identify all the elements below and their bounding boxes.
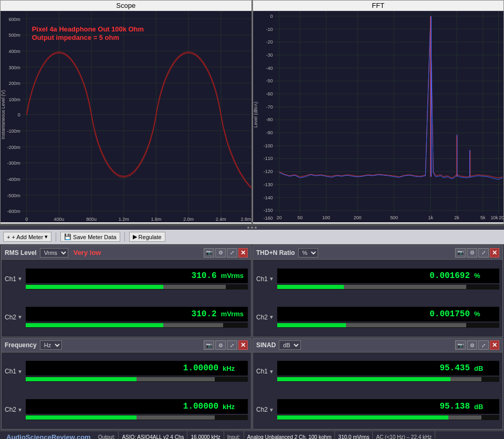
svg-text:-110: -110 <box>263 156 272 161</box>
scope-chart: 600m 500m 400m 300m 200m 100m 0 -100m -2… <box>1 11 251 222</box>
svg-text:200: 200 <box>353 215 361 220</box>
rms-header-buttons: 📷 ⚙ ⤢ ✕ <box>204 248 248 258</box>
thd-ch2-value-bar: 0.001750 % <box>277 307 499 322</box>
svg-text:-120: -120 <box>263 169 272 174</box>
sinad-settings-button[interactable]: ⚙ <box>467 340 477 350</box>
freq-settings-button[interactable]: ⚙ <box>215 340 226 350</box>
panel-divider <box>0 226 504 230</box>
svg-text:2.4m: 2.4m <box>216 217 226 222</box>
freq-ch2-unit: kHz <box>223 403 244 411</box>
thd-ch1-value: 0.001692 <box>281 271 470 281</box>
svg-text:500m: 500m <box>8 33 20 38</box>
svg-text:1.6m: 1.6m <box>151 217 162 222</box>
freq-ch2-arrow[interactable]: ▼ <box>17 407 23 413</box>
thd-ch2-bar-bg <box>277 323 499 328</box>
scope-panel: Scope <box>0 0 253 224</box>
status-level: 310.0 mVrms <box>335 431 373 439</box>
freq-unit-select[interactable]: Hz <box>40 340 62 350</box>
output-value: ASIO: ASIO4ALL v2 4 Chs <box>119 431 187 439</box>
sinad-ch2-bar-gray <box>448 415 481 420</box>
sinad-meter-header: SINAD dB 📷 ⚙ ⤢ ✕ <box>253 339 502 352</box>
thd-ch2-row: Ch2 ▼ 0.001750 % <box>253 298 502 336</box>
thd-unit-select[interactable]: % <box>298 248 318 258</box>
thd-ch1-arrow[interactable]: ▼ <box>269 276 274 282</box>
freq-ch1-value: 1.00000 <box>30 363 218 373</box>
sinad-close-button[interactable]: ✕ <box>490 340 499 350</box>
freq-ch1-text: Ch1 <box>5 368 16 375</box>
sinad-ch1-display: 95.435 dB <box>277 361 499 382</box>
svg-text:-40: -40 <box>266 66 272 71</box>
freq-camera-button[interactable]: 📷 <box>204 340 214 350</box>
rms-ch2-text: Ch2 <box>5 314 16 321</box>
rms-unit-select[interactable]: Vrms <box>40 248 68 258</box>
add-meter-button[interactable]: + + Add Meter ▾ <box>3 232 51 242</box>
sinad-ch1-arrow[interactable]: ▼ <box>269 369 274 374</box>
sinad-ch2-value: 95.138 <box>281 402 470 411</box>
toolbar-separator <box>56 232 56 242</box>
rms-ch1-row: Ch1 ▼ 310.6 mVrms <box>2 260 251 298</box>
sinad-expand-button[interactable]: ⤢ <box>478 340 489 350</box>
rms-camera-button[interactable]: 📷 <box>204 248 214 258</box>
sinad-ch1-bar-bg <box>277 377 499 382</box>
freq-ch2-text: Ch2 <box>5 406 16 413</box>
sinad-ch2-value-bar: 95.138 dB <box>277 399 499 414</box>
thd-close-button[interactable]: ✕ <box>490 248 499 258</box>
rms-expand-button[interactable]: ⤢ <box>227 248 237 258</box>
rms-meter-panel: RMS Level Vrms Very low 📷 ⚙ ⤢ ✕ Ch1 ▼ 31… <box>1 245 251 337</box>
thd-ch2-display: 0.001750 % <box>277 307 499 328</box>
rms-settings-button[interactable]: ⚙ <box>215 248 226 258</box>
rms-ch1-bar-gray <box>163 285 225 289</box>
freq-ch1-arrow[interactable]: ▼ <box>17 369 23 374</box>
svg-text:600m: 600m <box>8 17 20 22</box>
thd-ch2-bar-green <box>277 323 346 327</box>
rms-ch2-arrow[interactable]: ▼ <box>17 314 23 320</box>
freq-meter-panel: Frequency Hz 📷 ⚙ ⤢ ✕ Ch1 ▼ 1.00000 kHz <box>1 338 251 430</box>
freq-ch1-bar-gray <box>136 377 214 381</box>
svg-text:100: 100 <box>322 215 330 220</box>
rms-ch2-unit: mVrms <box>221 310 244 318</box>
svg-text:-100m: -100m <box>7 129 20 134</box>
svg-text:1.2m: 1.2m <box>119 217 129 222</box>
svg-text:-70: -70 <box>266 104 272 110</box>
freq-close-button[interactable]: ✕ <box>238 340 248 350</box>
freq-ch2-value: 1.00000 <box>30 402 218 411</box>
svg-text:Pixel 4a Headphone Out 100k Oh: Pixel 4a Headphone Out 100k Ohm <box>32 26 144 34</box>
sinad-ch2-arrow[interactable]: ▼ <box>269 407 274 413</box>
svg-text:-500m: -500m <box>7 193 20 198</box>
divider-dot <box>251 227 253 229</box>
svg-text:300m: 300m <box>8 65 20 70</box>
thd-expand-button[interactable]: ⤢ <box>478 248 489 258</box>
sinad-ch1-row: Ch1 ▼ 95.435 dB <box>253 352 502 391</box>
freq-header-buttons: 📷 ⚙ ⤢ ✕ <box>204 340 248 350</box>
sinad-unit-select[interactable]: dB <box>279 340 301 350</box>
thd-ch2-arrow[interactable]: ▼ <box>269 314 274 320</box>
fft-panel: FFT <box>253 0 505 224</box>
thd-ch1-bar-green <box>277 285 344 289</box>
freq-ch1-value-bar: 1.00000 kHz <box>26 361 248 376</box>
freq-meter-title: Frequency <box>5 341 37 349</box>
save-meter-data-button[interactable]: 💾 Save Meter Data <box>60 232 120 242</box>
thd-ch1-bar-gray <box>344 285 466 289</box>
thd-ch2-unit: % <box>474 310 495 318</box>
sinad-camera-button[interactable]: 📷 <box>455 340 466 350</box>
sinad-ch2-bar-green <box>277 415 448 420</box>
meters-section: RMS Level Vrms Very low 📷 ⚙ ⤢ ✕ Ch1 ▼ 31… <box>0 244 504 431</box>
add-meter-label: + Add Meter <box>12 234 43 240</box>
rms-ch2-row: Ch2 ▼ 310.2 mVrms <box>2 298 251 336</box>
rms-ch1-arrow[interactable]: ▼ <box>17 276 23 282</box>
freq-ch1-unit: kHz <box>223 365 244 372</box>
svg-text:Frequency (Hz): Frequency (Hz) <box>372 222 405 222</box>
rms-ch1-value-bar: 310.6 mVrms <box>26 269 248 283</box>
freq-expand-button[interactable]: ⤢ <box>227 340 237 350</box>
rms-ch2-value-bar: 310.2 mVrms <box>26 307 248 322</box>
rms-ch2-display: 310.2 mVrms <box>26 307 248 328</box>
svg-text:-10: -10 <box>266 27 272 32</box>
rms-ch1-text: Ch1 <box>5 275 16 283</box>
thd-ch1-label: Ch1 ▼ <box>256 275 274 283</box>
rms-close-button[interactable]: ✕ <box>238 248 248 258</box>
thd-header-buttons: 📷 ⚙ ⤢ ✕ <box>455 248 499 258</box>
regulate-button[interactable]: ▶ Regulate <box>129 232 165 242</box>
thd-settings-button[interactable]: ⚙ <box>467 248 477 258</box>
freq-ch1-row: Ch1 ▼ 1.00000 kHz <box>2 352 251 391</box>
thd-camera-button[interactable]: 📷 <box>455 248 466 258</box>
